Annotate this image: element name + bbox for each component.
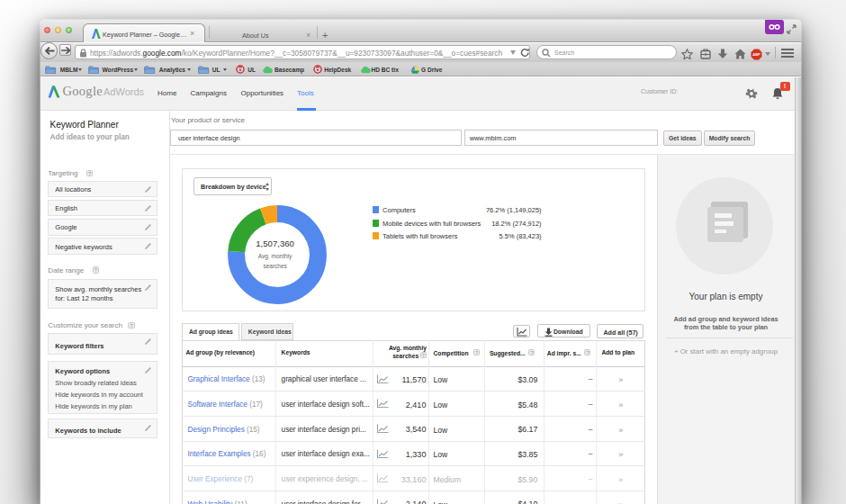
svg-text:ABP: ABP xyxy=(752,52,760,57)
